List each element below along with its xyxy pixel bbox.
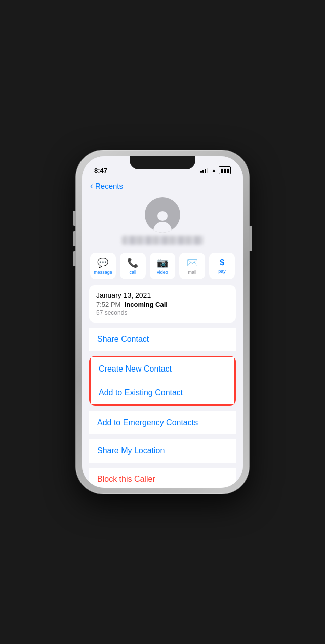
avatar-section: [82, 193, 243, 251]
message-label: message: [94, 270, 112, 275]
video-button[interactable]: 📷 video: [150, 253, 176, 279]
wifi-icon: ▲: [211, 167, 217, 173]
avatar-person: [152, 211, 173, 233]
call-detail: 7:52 PM Incoming Call: [96, 301, 229, 308]
add-to-emergency-contacts-button[interactable]: Add to Emergency Contacts: [89, 411, 236, 434]
avatar-body: [153, 222, 172, 233]
notch: [130, 156, 195, 169]
battery-icon: ▮▮▮: [219, 166, 231, 174]
call-duration: 57 seconds: [96, 309, 229, 316]
call-label: call: [129, 270, 136, 275]
mail-button[interactable]: ✉️ mail: [179, 253, 205, 279]
pay-button[interactable]: $ pay: [209, 253, 235, 279]
call-icon: 📞: [127, 257, 138, 268]
screen-content: ‹ Recents 💬 message: [82, 176, 243, 488]
signal-icon: [200, 168, 208, 173]
share-contact-button[interactable]: Share Contact: [89, 328, 236, 351]
share-location-button[interactable]: Share My Location: [89, 439, 236, 463]
call-time: 7:52 PM: [96, 301, 120, 308]
add-to-existing-contact-button[interactable]: Add to Existing Contact: [91, 381, 234, 404]
message-button[interactable]: 💬 message: [90, 253, 116, 279]
share-location-section: Share My Location: [89, 439, 236, 463]
create-contact-section: Create New Contact Add to Existing Conta…: [89, 356, 236, 406]
back-chevron-icon: ‹: [90, 180, 93, 191]
share-contact-section: Share Contact: [89, 328, 236, 351]
avatar-head: [157, 211, 168, 221]
pay-icon: $: [220, 258, 224, 267]
back-button[interactable]: ‹ Recents: [90, 180, 123, 191]
mail-icon: ✉️: [187, 257, 198, 268]
message-icon: 💬: [97, 257, 108, 268]
video-label: video: [157, 270, 168, 275]
call-date: January 13, 2021: [96, 291, 229, 299]
mail-label: mail: [188, 270, 197, 275]
emergency-contacts-section: Add to Emergency Contacts: [89, 411, 236, 434]
action-buttons-row: 💬 message 📞 call 📷 video ✉️ mail $: [82, 251, 243, 285]
avatar: [145, 197, 180, 233]
phone-screen: 8:47 ▲ ▮▮▮ ‹ Recents: [82, 156, 243, 488]
video-icon: 📷: [157, 257, 168, 268]
phone-frame: 8:47 ▲ ▮▮▮ ‹ Recents: [76, 150, 249, 494]
block-caller-button[interactable]: Block this Caller: [89, 468, 236, 488]
call-history-card: January 13, 2021 7:52 PM Incoming Call 5…: [89, 285, 236, 323]
contact-name-blurred: [122, 236, 203, 245]
pay-label: pay: [218, 269, 226, 274]
call-button[interactable]: 📞 call: [120, 253, 146, 279]
call-type: Incoming Call: [125, 301, 168, 308]
status-icons: ▲ ▮▮▮: [200, 166, 231, 174]
nav-bar: ‹ Recents: [82, 176, 243, 193]
create-new-contact-button[interactable]: Create New Contact: [91, 357, 234, 381]
back-label: Recents: [95, 181, 123, 190]
status-time: 8:47: [94, 167, 107, 174]
block-caller-section: Block this Caller: [89, 468, 236, 488]
